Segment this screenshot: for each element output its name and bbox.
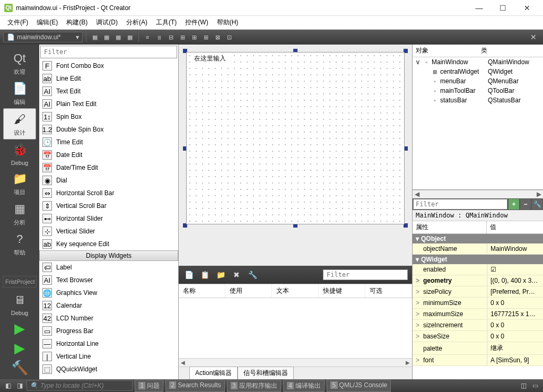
new-action-button[interactable]: 📄 (183, 269, 195, 281)
kit-selector[interactable]: 🖥 Debug (3, 290, 36, 318)
menu-1[interactable]: 编辑(E) (33, 17, 61, 28)
object-row[interactable]: ▫mainToolBarQToolBar (413, 86, 543, 95)
output-tab[interactable]: 4编译输出 (283, 380, 325, 392)
copy-action-button[interactable]: 📋 (199, 269, 211, 281)
layout-v-button[interactable]: ⫼ (154, 32, 164, 42)
action-tab[interactable]: 信号和槽编辑器 (238, 367, 294, 379)
widget-item[interactable]: ⊹Vertical Slider (39, 225, 178, 238)
widget-item[interactable]: 1↕Spin Box (39, 110, 178, 123)
output-tab[interactable]: 3应用程序输出 (227, 380, 281, 392)
configure-property-button[interactable]: 🔧 (532, 199, 542, 210)
expand-icon[interactable]: > (416, 321, 421, 329)
adjust-size-button[interactable]: ⊡ (224, 32, 234, 42)
layout-form-button[interactable]: ⊞ (200, 32, 211, 42)
close-design-button[interactable]: ✕ (527, 33, 540, 41)
output-tab[interactable]: 5QML/JS Console (327, 380, 391, 392)
scroll-right-icon[interactable]: ▶ (535, 190, 543, 198)
run-button[interactable]: ▶ (14, 320, 25, 337)
action-col[interactable]: 使用 (225, 284, 272, 298)
widget-item[interactable]: AIText Edit (39, 85, 178, 98)
widget-group-header[interactable]: Display Widgets (39, 250, 178, 261)
property-row[interactable]: >fontA [SimSun, 9] (413, 355, 543, 366)
widget-item[interactable]: ⇔Horizontal Scroll Bar (39, 187, 178, 199)
expand-icon[interactable]: v (415, 58, 421, 66)
property-row[interactable]: >minimumSize0 x 0 (413, 298, 543, 309)
property-row[interactable]: >geometry[(0, 0), 400 x 3… (413, 275, 543, 286)
action-hscroll[interactable]: ◀ ▶ (179, 358, 412, 367)
prop-value[interactable]: 16777215 x 1… (487, 309, 543, 319)
maximize-button[interactable]: ☐ (491, 1, 515, 15)
property-row[interactable]: >maximumSize16777215 x 1… (413, 309, 543, 320)
paste-action-button[interactable]: 📁 (215, 269, 226, 281)
progress-icon[interactable]: ▭ (530, 381, 540, 390)
mode-项目[interactable]: 📁项目 (3, 168, 36, 198)
prop-group-header[interactable]: ▾QWidget (413, 255, 543, 264)
close-button[interactable]: ✕ (515, 1, 539, 15)
object-row[interactable]: ▫statusBarQStatusBar (413, 95, 543, 105)
widget-item[interactable]: 1.2Double Spin Box (39, 123, 178, 136)
expand-icon[interactable]: > (416, 299, 421, 307)
menu-0[interactable]: 文件(F) (4, 17, 31, 28)
property-row[interactable]: >sizePolicy[Preferred, Pr… (413, 286, 543, 298)
property-row[interactable]: palette继承 (413, 342, 543, 355)
form-preview[interactable]: 在这里输入 (186, 52, 405, 224)
mode-欢迎[interactable]: Qt欢迎 (3, 48, 36, 78)
widget-item[interactable]: 🌐Graphics View (39, 286, 178, 299)
widget-item[interactable]: ◉Dial (39, 174, 178, 187)
property-filter-input[interactable] (413, 199, 507, 210)
widget-item[interactable]: 12Calendar (39, 299, 178, 312)
locator-input[interactable]: 🔍 Type to locate (Ctrl+K) (27, 380, 133, 391)
widget-item[interactable]: 📅Date/Time Edit (39, 161, 178, 174)
design-canvas[interactable]: 在这里输入 (179, 45, 412, 266)
widget-list[interactable]: FFont Combo BoxabLine EditAIText EditAIP… (39, 59, 178, 379)
layout-h-button[interactable]: ≡ (142, 32, 153, 42)
prop-value[interactable]: ☑ (487, 264, 543, 275)
expand-icon[interactable]: > (416, 310, 421, 318)
expand-icon[interactable]: > (416, 277, 421, 284)
minimize-button[interactable]: — (467, 1, 491, 15)
menu-4[interactable]: 分析(A) (123, 17, 151, 28)
action-col[interactable]: 名称 (179, 284, 225, 298)
object-row[interactable]: ▫menuBarQMenuBar (413, 76, 543, 86)
prop-value[interactable]: [Preferred, Pr… (487, 286, 543, 297)
object-tree[interactable]: v▫MainWindowQMainWindow⊞centralWidgetQWi… (413, 57, 543, 190)
widget-item[interactable]: FFont Combo Box (39, 59, 178, 72)
output-tab[interactable]: 2Search Results (165, 380, 225, 392)
expand-icon[interactable]: > (416, 288, 421, 295)
property-row[interactable]: enabled☑ (413, 264, 543, 275)
prop-value[interactable]: 0 x 0 (487, 320, 543, 330)
debug-run-button[interactable]: ▶ (14, 340, 25, 356)
expand-icon[interactable]: > (416, 356, 421, 364)
menu-5[interactable]: 工具(T) (153, 17, 180, 28)
prop-value[interactable]: MainWindow (487, 243, 543, 254)
mode-帮助[interactable]: ?帮助 (3, 229, 36, 259)
prop-value[interactable]: 0 x 0 (487, 298, 543, 308)
widget-item[interactable]: ▭Progress Bar (39, 325, 178, 337)
prop-group-header[interactable]: ▾QObject (413, 234, 543, 243)
remove-property-button[interactable]: − (520, 199, 531, 210)
widget-filter-input[interactable] (40, 46, 177, 58)
edit-tab-order-button[interactable]: ▦ (125, 32, 135, 42)
kit-selector-project[interactable]: FristProject (3, 276, 37, 288)
output-tab[interactable]: 1问题 (135, 380, 163, 392)
scroll-left-icon[interactable]: ◀ (179, 360, 187, 365)
prop-value[interactable]: [(0, 0), 400 x 3… (487, 275, 543, 286)
scroll-left-icon[interactable]: ◀ (413, 190, 421, 198)
widget-item[interactable]: ⬚QQuickWidget (39, 363, 178, 376)
property-table[interactable]: ▾QObjectobjectNameMainWindow▾QWidgetenab… (413, 234, 543, 379)
edit-widgets-button[interactable]: ▦ (90, 32, 100, 42)
widget-item[interactable]: ⊷Horizontal Slider (39, 212, 178, 225)
mode-编辑[interactable]: 📄编辑 (3, 78, 36, 108)
widget-item[interactable]: AIPlain Text Edit (39, 98, 178, 110)
menu-6[interactable]: 控件(W) (182, 17, 211, 28)
layout-vsplit-button[interactable]: ⊞ (177, 32, 188, 42)
obj-hscroll[interactable]: ◀ ▶ (413, 190, 543, 198)
widget-item[interactable]: 📅Date Edit (39, 149, 178, 161)
prop-value[interactable]: 继承 (487, 342, 543, 354)
action-col[interactable]: 可选 (365, 284, 412, 298)
property-row[interactable]: >baseSize0 x 0 (413, 331, 543, 342)
mode-设计[interactable]: 🖌设计 (3, 108, 36, 140)
action-col[interactable]: 快捷键 (319, 284, 365, 298)
widget-item[interactable]: 🕒Time Edit (39, 136, 178, 149)
property-row[interactable]: >sizeIncrement0 x 0 (413, 320, 543, 331)
